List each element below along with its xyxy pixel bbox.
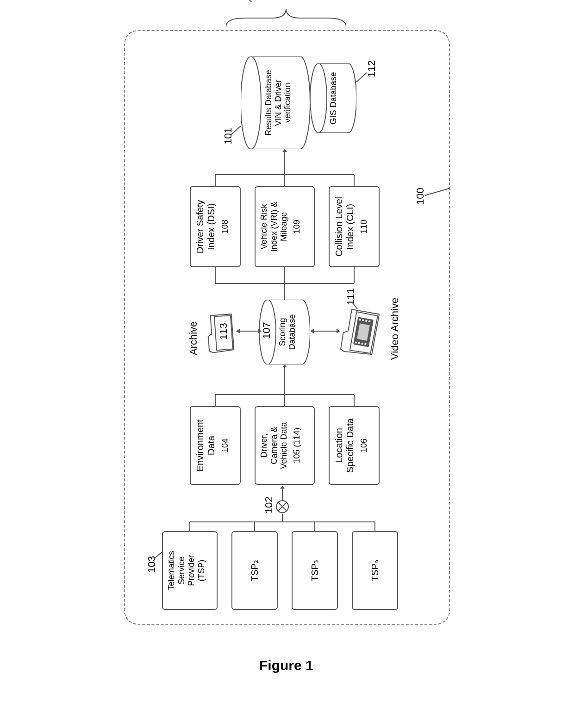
tsp1-l3: Provider [187, 535, 197, 606]
scoring-db-label-wrap: Scoring Database [278, 300, 297, 364]
cli-ref: 110 [359, 190, 369, 264]
dsi-box: Driver Safety Index (DSI) 108 [190, 186, 241, 267]
tsp-box-n: TSPₙ [352, 531, 398, 610]
svg-line-44 [425, 188, 449, 195]
dsi-ref: 108 [220, 190, 231, 264]
tsp-box-2: TSP₂ [231, 531, 278, 610]
rdb-l2: VIN & Driver [274, 56, 283, 149]
tsp-ref: 103 [146, 556, 158, 573]
brace-icon [226, 4, 346, 27]
archive-ref: 113 [218, 323, 230, 340]
loc-data-box: Location Specific Data 106 [329, 406, 380, 485]
cli-box: Collision Level Index (CLI) 110 [329, 186, 380, 267]
tsp-box-1: Telematics Service Provider (TSP) [162, 531, 218, 610]
interface-ref: 102 [263, 497, 275, 514]
svg-point-40 [241, 56, 261, 149]
tsp3-label: TSP₃ [309, 560, 320, 582]
dsi-l2: Index (DSI) [206, 190, 217, 264]
rdb-l1: Results Database [264, 56, 274, 149]
loc-l2: Specific Data [344, 410, 356, 481]
svg-line-43 [356, 73, 367, 82]
svg-line-45 [241, 0, 251, 2]
drv-l2: Camera & [269, 410, 280, 481]
risk-manager-label-wrap: Risk Manager [268, 0, 292, 4]
tsp1-l1: Telematics [167, 535, 177, 606]
system-boundary: Telematics Service Provider (TSP) TSP₂ T… [124, 30, 450, 625]
gis-ref: 112 [366, 61, 378, 78]
drv-ref: 105 (114) [292, 410, 302, 481]
vri-ref: 109 [292, 190, 302, 264]
results-db-label-wrap: Results Database VIN & Driver verificati… [264, 56, 293, 149]
vri-l1: Vehicle Risk [259, 190, 269, 264]
sdb-l1: Scoring [278, 300, 287, 364]
svg-point-42 [310, 63, 327, 133]
dsi-l1: Driver Safety [194, 190, 206, 264]
sdb-l2: Database [287, 300, 297, 364]
vri-l2: Index (VRI) & [269, 190, 280, 264]
driver-data-box: Driver, Camera & Vehicle Data 105 (114) [255, 406, 315, 485]
tsp-box-3: TSP₃ [292, 531, 338, 610]
rdb-l3: verification [283, 56, 293, 149]
figure-caption: Figure 1 [259, 658, 313, 673]
video-archive-label: Video Archive [389, 298, 401, 360]
env-l2: Data [206, 410, 217, 481]
rm-l2: Manager [280, 0, 292, 4]
tsp1-l4: (TSP) [197, 535, 207, 606]
film-strip-icon [352, 316, 375, 348]
loc-ref: 106 [359, 410, 369, 481]
env-l1: Environment [194, 410, 206, 481]
video-archive-ref: 111 [345, 289, 357, 306]
archive-label: Archive [187, 321, 200, 355]
loc-l1: Location [333, 410, 344, 481]
tspn-label: TSPₙ [369, 560, 381, 582]
cli-l2: Index (CLI) [344, 190, 356, 264]
drv-l1: Driver, [259, 410, 269, 481]
env-data-box: Environment Data 104 [190, 406, 241, 485]
tsp2-label: TSP₂ [249, 560, 260, 582]
junction-icon [275, 500, 289, 514]
vri-l3: Mileage [279, 190, 289, 264]
gis-l1: GIS Database [329, 63, 338, 133]
cli-l1: Collision Level [333, 190, 344, 264]
rm-l1: Risk [268, 0, 280, 4]
sdb-ref: 107 [261, 322, 273, 339]
env-ref: 104 [220, 410, 231, 481]
tsp1-l2: Service [177, 535, 187, 606]
vri-box: Vehicle Risk Index (VRI) & Mileage 109 [255, 186, 315, 267]
gis-label-wrap: GIS Database [329, 63, 338, 133]
system-ref: 100 [414, 188, 426, 205]
drv-l3: Vehicle Data [279, 410, 289, 481]
rdb-ref: 101 [222, 128, 234, 145]
